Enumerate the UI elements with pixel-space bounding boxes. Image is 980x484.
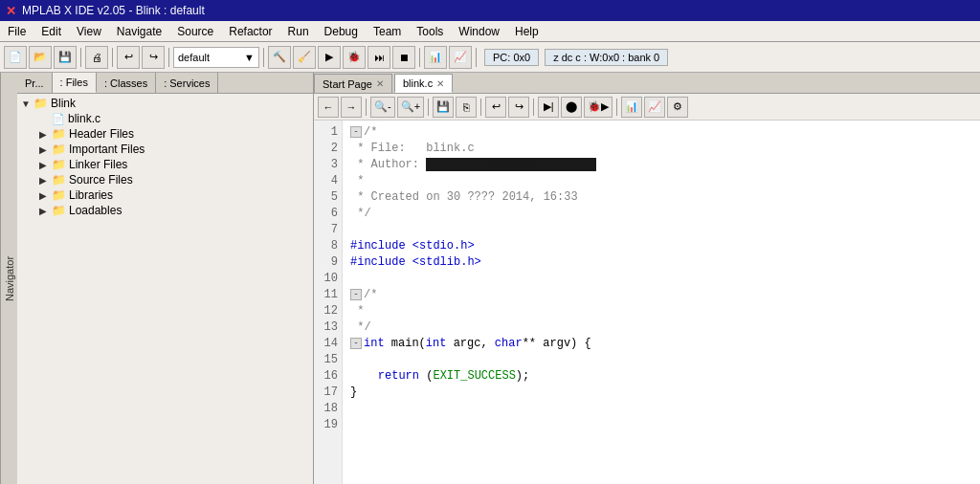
save-editor-button[interactable]: 💾	[433, 97, 454, 118]
tab-projects[interactable]: Pr...	[17, 73, 53, 93]
stats-button[interactable]: 📈	[449, 46, 472, 69]
etb-sep-2	[428, 99, 429, 116]
config-value: default	[178, 52, 210, 63]
start-page-close-icon[interactable]: ✕	[376, 78, 384, 89]
back-button[interactable]: ←	[318, 97, 339, 118]
menu-run[interactable]: Run	[280, 23, 317, 40]
left-panel-tabs: Pr... : Files : Classes : Services	[17, 73, 313, 94]
print-button[interactable]: 🖨	[85, 46, 108, 69]
code-line-13: */	[350, 320, 371, 334]
code-line-16: return (EXIT_SUCCESS);	[350, 369, 529, 383]
title-bar: ✕ MPLAB X IDE v2.05 - Blink : default	[0, 0, 980, 21]
tab-blink-c[interactable]: blink.c ✕	[394, 74, 453, 93]
toolbar-sep-5	[419, 48, 420, 67]
build-button[interactable]: 🔨	[268, 46, 291, 69]
clean-button[interactable]: 🧹	[293, 46, 316, 69]
redo-button[interactable]: ↪	[142, 46, 165, 69]
chart-button[interactable]: 📈	[644, 97, 665, 118]
editor-tabs: Start Page ✕ blink.c ✕	[314, 73, 980, 94]
etb-sep-5	[616, 99, 617, 116]
menu-navigate[interactable]: Navigate	[109, 23, 169, 40]
code-line-2: * File: blink.c	[350, 142, 475, 155]
menu-debug[interactable]: Debug	[317, 23, 366, 40]
left-panel: Pr... : Files : Classes : Services ▼ 📁 B…	[17, 73, 314, 484]
new-button[interactable]: 📄	[4, 46, 27, 69]
blink-c-close-icon[interactable]: ✕	[436, 78, 444, 89]
menu-refactor[interactable]: Refactor	[221, 23, 279, 40]
step-button[interactable]: ⏭	[368, 46, 390, 69]
run-to-cursor-button[interactable]: ▶|	[538, 97, 559, 118]
expand-important-files-icon[interactable]: ▶	[39, 144, 49, 155]
code-content[interactable]: -/* * File: blink.c * Author: REDACTED *…	[343, 121, 980, 484]
zoom-in-button[interactable]: 🔍+	[397, 97, 424, 118]
config-dropdown[interactable]: default ▼	[173, 47, 259, 68]
expand-loadables-icon[interactable]: ▶	[39, 206, 49, 216]
menu-view[interactable]: View	[69, 23, 109, 40]
undo-button[interactable]: ↩	[117, 46, 140, 69]
fold-1[interactable]: -	[350, 126, 362, 138]
linker-files-label: Linker Files	[69, 158, 127, 171]
settings-button[interactable]: ⚙	[667, 97, 688, 118]
menu-tools[interactable]: Tools	[409, 23, 451, 40]
code-line-10	[350, 272, 357, 285]
tree-root-blink[interactable]: ▼ 📁 Blink	[19, 96, 311, 111]
open-button[interactable]: 📂	[29, 46, 52, 69]
expand-blink-icon[interactable]: ▼	[21, 99, 31, 109]
tree-item-source-files[interactable]: ▶ 📁 Source Files	[19, 172, 311, 187]
tree-item-header-files[interactable]: ▶ 📁 Header Files	[19, 126, 311, 142]
tree-item-libraries[interactable]: ▶ 📁 Libraries	[19, 187, 311, 203]
run-button[interactable]: ▶	[318, 46, 341, 69]
save-all-button[interactable]: ⎘	[456, 97, 477, 118]
menu-source[interactable]: Source	[169, 23, 221, 40]
redo-editor-button[interactable]: ↪	[508, 97, 529, 118]
code-line-7	[350, 223, 357, 236]
expand-header-files-icon[interactable]: ▶	[39, 129, 49, 140]
important-files-label: Important Files	[69, 143, 145, 156]
fold-14[interactable]: -	[350, 338, 362, 349]
menu-team[interactable]: Team	[366, 23, 409, 40]
start-page-label: Start Page	[323, 78, 372, 90]
code-editor[interactable]: 1 2 3 4 5 6 7 8 9 10 11 12 13 14 15 16 1…	[314, 121, 980, 484]
expand-source-files-icon[interactable]: ▶	[39, 175, 49, 186]
author-redacted: REDACTED	[426, 158, 596, 171]
navigator-tab[interactable]: Navigator	[0, 73, 17, 484]
debug-button[interactable]: 🐞	[343, 46, 366, 69]
linker-files-folder-icon: 📁	[52, 158, 66, 171]
menu-help[interactable]: Help	[507, 23, 546, 40]
undo-editor-button[interactable]: ↩	[485, 97, 506, 118]
expand-linker-files-icon[interactable]: ▶	[39, 160, 49, 170]
stop-button[interactable]: ⏹	[392, 46, 415, 69]
toolbar-sep-6	[476, 48, 477, 67]
forward-button[interactable]: →	[341, 97, 362, 118]
code-line-9: #include <stdlib.h>	[350, 255, 481, 269]
menu-window[interactable]: Window	[451, 23, 507, 40]
menu-edit[interactable]: Edit	[33, 23, 69, 40]
code-line-18	[350, 402, 357, 415]
expand-libraries-icon[interactable]: ▶	[39, 190, 49, 201]
menu-file[interactable]: File	[0, 23, 33, 40]
fold-11[interactable]: -	[350, 289, 362, 300]
zoom-out-button[interactable]: 🔍-	[370, 97, 395, 118]
blink-c-tab-label: blink.c	[403, 77, 433, 89]
profile-button[interactable]: 📊	[424, 46, 447, 69]
toggle-breakpoint-button[interactable]: ⬤	[561, 97, 582, 118]
ln-8: 8	[318, 238, 338, 254]
tree-item-blink-c[interactable]: 📄 blink.c	[19, 111, 311, 126]
menu-bar: File Edit View Navigate Source Refactor …	[0, 21, 980, 42]
tab-files[interactable]: : Files	[53, 73, 97, 93]
tree-item-important-files[interactable]: ▶ 📁 Important Files	[19, 142, 311, 157]
tree-item-linker-files[interactable]: ▶ 📁 Linker Files	[19, 157, 311, 172]
main-layout: Navigator Pr... : Files : Classes : Serv…	[0, 73, 980, 484]
debug-run-button[interactable]: 🐞▶	[584, 97, 612, 118]
tab-projects-label: Pr...	[25, 77, 44, 89]
tree-item-loadables[interactable]: ▶ 📁 Loadables	[19, 203, 311, 218]
tab-classes[interactable]: : Classes	[97, 73, 156, 93]
window-title: MPLAB X IDE v2.05 - Blink : default	[22, 4, 205, 17]
code-line-12: *	[350, 304, 364, 318]
tab-services[interactable]: : Services	[156, 73, 218, 93]
tab-start-page[interactable]: Start Page ✕	[314, 74, 392, 93]
ln-4: 4	[318, 173, 338, 189]
save-button[interactable]: 💾	[54, 46, 77, 69]
ln-10: 10	[318, 271, 338, 287]
graph-button[interactable]: 📊	[621, 97, 642, 118]
